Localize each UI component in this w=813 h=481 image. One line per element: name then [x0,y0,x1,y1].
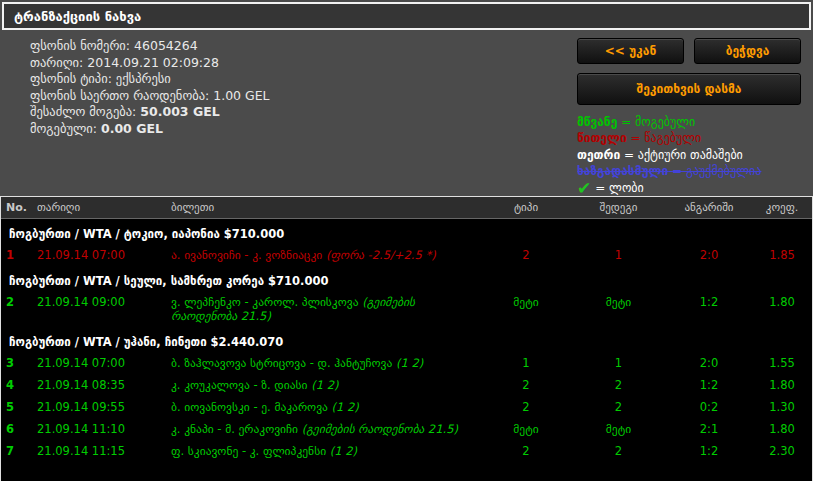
table-row: 4 21.09.14 08:35 კ. კოუკალოვა - ზ. დიასი… [1,374,812,396]
header-result: შედეგი [571,201,666,214]
check-icon: ✔ [577,178,591,198]
side-panel: << უკან ბეჭდვა შეკითხვის დასმა მწვანე = … [577,38,801,196]
header-type: ტიპი [481,201,571,214]
table-row: 6 21.09.14 11:10 კ. კნაპი - მ. ერაკოვიჩი… [1,418,812,440]
legend-active: თეთრი = აქტიური თამაშები [577,147,801,164]
tournament-group-header: ჩოგბურთი / WTA / უჰანი, ჩინეთი $2.440.07… [1,327,812,352]
table-row: 1 21.09.14 07:00 ა. ივანოვიჩი - კ. ვოზნი… [1,244,812,266]
bets-table: No. თარიღი ბილეთი ტიპი შედეგი ანგარიში კ… [0,196,813,481]
print-button[interactable]: ბეჭდვა [694,38,801,64]
bet-amount-line: ფსონის საერთო რაოდენობა: 1.00 GEL [30,88,270,105]
top-section: ფსონის ნომერი: 46054264 თარიღი: 2014.09.… [0,32,813,196]
legend: მწვანე = მოგებული წითელი = წაგებული თეთრ… [577,114,801,197]
header-ticket: ბილეთი [171,201,481,214]
legend-won: მწვანე = მოგებული [577,114,801,131]
back-button[interactable]: << უკან [577,38,684,64]
won-amount-line: მოგებული: 0.00 GEL [30,121,270,138]
ask-question-button[interactable]: შეკითხვის დასმა [577,73,801,105]
table-header-row: No. თარიღი ბილეთი ტიპი შედეგი ანგარიში კ… [1,197,812,219]
bet-date-line: თარიღი: 2014.09.21 02:09:28 [30,55,270,72]
tournament-group-header: ჩოგბურთი / WTA / სეული, სამხრეთ კორეა $7… [1,266,812,291]
bet-info: ფსონის ნომერი: 46054264 თარიღი: 2014.09.… [30,38,270,196]
table-row: 3 21.09.14 07:00 ბ. ზაჰლავოვა სტრიცოვა -… [1,352,812,374]
table-row: 7 21.09.14 11:15 ფ. სკიავონე - კ. ფლიპკე… [1,440,812,462]
legend-lost: წითელი = წაგებული [577,130,801,147]
header-coef: კოეფ. [752,201,812,214]
header-score: ანგარიში [666,201,752,214]
transaction-view-page: ტრანზაქციის ნახვა ფსონის ნომერი: 4605426… [0,0,813,481]
tournament-group-header: ჩოგბურთი / WTA / ტოკიო, იაპონია $710.000 [1,219,812,244]
table-row: 5 21.09.14 09:55 ბ. იოვანოვსკი - ე. მაკა… [1,396,812,418]
button-row: << უკან ბეჭდვა [577,38,801,64]
legend-cancelled: ხაზგადასმული = გაუქმებულია [577,163,801,180]
page-title: ტრანზაქციის ნახვა [2,2,811,30]
possible-win-line: შესაძლო მოგება: 50.003 GEL [30,104,270,121]
legend-check: ✔= ლობი [577,180,801,197]
table-body: ჩოგბურთი / WTA / ტოკიო, იაპონია $710.000… [1,219,812,462]
header-date: თარიღი [37,201,171,214]
table-row: 2 21.09.14 09:00 ვ. ლეპჩენკო - კაროლ. პლ… [1,291,812,327]
bet-type-line: ფსონის ტიპი: ექსპრესი [30,71,270,88]
header-no: No. [1,201,37,214]
bet-number-line: ფსონის ნომერი: 46054264 [30,38,270,55]
